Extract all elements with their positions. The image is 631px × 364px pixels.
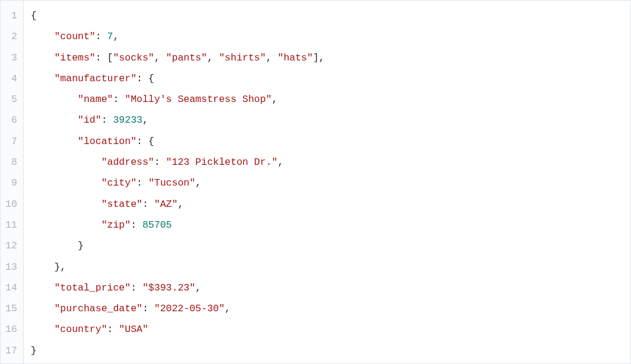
token-str: "$393.23": [142, 282, 195, 293]
code-line: "items": ["socks", "pants", "shirts", "h…: [31, 47, 630, 68]
token-str: "123 Pickleton Dr.": [166, 157, 278, 168]
token-key: "manufacturer": [54, 73, 137, 84]
token-key: "items": [54, 52, 95, 63]
token-num: 7: [107, 31, 113, 42]
token-punct: :: [142, 303, 154, 314]
token-punct: ,: [154, 52, 166, 63]
token-punct: :: [107, 324, 119, 335]
line-number-gutter: 1234567891011121314151617: [1, 1, 24, 363]
line-number: 10: [5, 194, 18, 215]
line-number: 16: [5, 319, 18, 340]
token-key: "count": [54, 31, 95, 42]
code-line: "state": "AZ",: [31, 194, 630, 215]
token-key: "zip": [102, 219, 131, 231]
line-number: 12: [5, 235, 18, 256]
token-punct: : {: [137, 73, 154, 84]
token-punct: ,: [177, 199, 183, 210]
code-block: 1234567891011121314151617 { "count": 7, …: [0, 0, 631, 364]
token-punct: ,: [195, 282, 201, 293]
token-punct: :: [137, 177, 148, 189]
token-punct: }: [78, 240, 84, 251]
token-str: "Tucson": [148, 177, 195, 189]
token-punct: :: [96, 31, 107, 42]
token-punct: }: [31, 345, 37, 356]
token-str: "hats": [278, 52, 313, 63]
token-punct: ,: [142, 114, 148, 126]
token-punct: : {: [137, 136, 154, 147]
token-key: "address": [102, 157, 154, 168]
token-punct: ,: [225, 303, 231, 314]
line-number: 5: [5, 89, 18, 110]
token-key: "id": [78, 114, 102, 126]
token-punct: ,: [266, 52, 278, 63]
token-punct: ,: [207, 52, 219, 63]
code-line: "zip": 85705: [31, 215, 630, 235]
token-punct: },: [54, 261, 66, 273]
token-punct: ],: [313, 52, 325, 63]
token-str: "AZ": [154, 199, 178, 210]
token-punct: : [: [96, 52, 113, 63]
token-str: "shirts": [219, 52, 266, 63]
code-line: "id": 39233,: [31, 110, 630, 130]
code-area[interactable]: { "count": 7, "items": ["socks", "pants"…: [24, 1, 630, 363]
token-key: "state": [102, 199, 142, 210]
line-number: 6: [5, 110, 18, 130]
code-line: "country": "USA": [31, 319, 630, 340]
code-line: "location": {: [31, 131, 630, 152]
code-line: "manufacturer": {: [31, 68, 630, 89]
token-key: "city": [102, 177, 137, 189]
line-number: 8: [5, 152, 18, 173]
token-punct: :: [102, 114, 113, 126]
token-key: "total_price": [54, 282, 131, 293]
token-key: "purchase_date": [54, 303, 142, 314]
token-key: "name": [78, 94, 113, 105]
line-number: 11: [5, 215, 18, 235]
code-line: }: [31, 340, 630, 361]
code-line: },: [31, 257, 630, 277]
token-punct: :: [131, 219, 142, 231]
code-line: "address": "123 Pickleton Dr.",: [31, 152, 630, 173]
line-number: 4: [5, 68, 18, 89]
line-number: 15: [5, 298, 18, 319]
token-punct: :: [142, 199, 154, 210]
token-str: "Molly's Seamstress Shop": [125, 94, 272, 105]
line-number: 9: [5, 173, 18, 193]
token-punct: ,: [278, 157, 284, 168]
code-line: "city": "Tucson",: [31, 173, 630, 193]
line-number: 17: [5, 340, 18, 361]
line-number: 14: [5, 277, 18, 298]
code-line: "count": 7,: [31, 26, 630, 47]
token-num: 39233: [113, 114, 142, 126]
line-number: 7: [5, 131, 18, 152]
code-line: "purchase_date": "2022-05-30",: [31, 298, 630, 319]
token-str: "USA": [119, 324, 148, 335]
token-punct: ,: [272, 94, 278, 105]
token-key: "country": [54, 324, 107, 335]
token-str: "pants": [166, 52, 207, 63]
token-punct: :: [113, 94, 125, 105]
token-punct: :: [154, 157, 166, 168]
token-punct: :: [131, 282, 142, 293]
token-key: "location": [78, 136, 137, 147]
line-number: 13: [5, 257, 18, 277]
code-line: {: [31, 5, 630, 26]
code-line: }: [31, 235, 630, 256]
token-str: "2022-05-30": [154, 303, 225, 314]
token-num: 85705: [142, 219, 172, 231]
token-str: "socks": [113, 52, 154, 63]
token-punct: ,: [195, 177, 201, 189]
code-line: "total_price": "$393.23",: [31, 277, 630, 298]
line-number: 3: [5, 47, 18, 68]
line-number: 2: [5, 26, 18, 47]
token-punct: {: [31, 10, 37, 21]
token-punct: ,: [113, 31, 119, 42]
code-line: "name": "Molly's Seamstress Shop",: [31, 89, 630, 110]
line-number: 1: [5, 5, 18, 26]
